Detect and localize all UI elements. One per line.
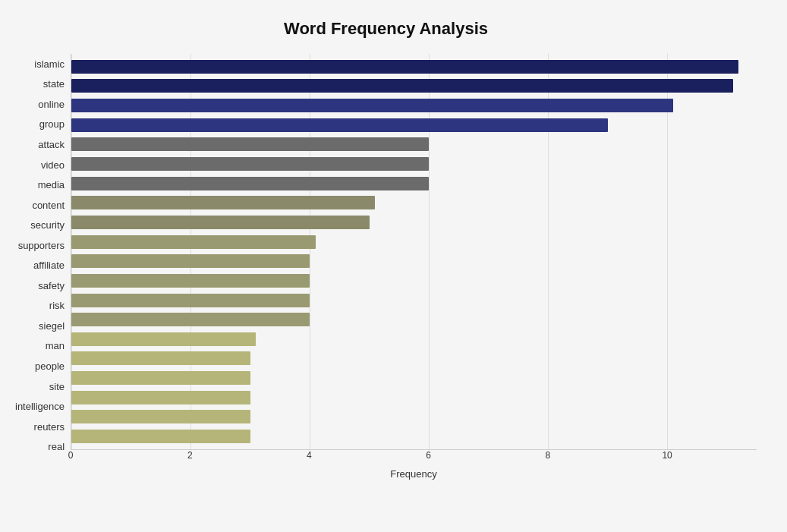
bar-attack: [71, 137, 429, 151]
y-label-islamic: islamic: [15, 55, 65, 73]
x-tick-4: 4: [307, 450, 312, 461]
bar-row-reuters: [71, 408, 757, 425]
y-label-online: online: [15, 95, 65, 113]
y-label-state: state: [15, 75, 65, 93]
y-axis-labels: islamicstateonlinegroupattackvideomediac…: [15, 54, 71, 480]
x-tick-0: 0: [68, 450, 74, 461]
bar-row-people: [71, 350, 757, 367]
x-axis-labels: 0246810: [71, 450, 757, 465]
bar-row-man: [71, 331, 757, 348]
y-label-media: media: [15, 176, 65, 194]
y-label-reuters: reuters: [15, 417, 65, 436]
bar-reuters: [71, 410, 250, 423]
bar-siegel: [71, 313, 310, 326]
chart-title: Word Frequency Analysis: [15, 15, 757, 39]
bar-people: [71, 351, 250, 365]
bar-row-video: [71, 156, 757, 172]
y-label-siegel: siegel: [15, 316, 65, 335]
y-label-supporters: supporters: [15, 236, 65, 254]
bar-row-security: [71, 214, 757, 231]
x-tick-6: 6: [426, 450, 431, 461]
bar-row-attack: [71, 136, 757, 153]
bar-islamic: [71, 60, 738, 74]
bar-online: [71, 99, 673, 112]
bar-row-media: [71, 175, 757, 192]
y-label-real: real: [15, 438, 65, 456]
bar-intelligence: [71, 391, 250, 405]
y-label-safety: safety: [15, 276, 65, 294]
bar-media: [71, 177, 429, 190]
bar-state: [71, 79, 733, 93]
y-label-video: video: [15, 156, 65, 174]
y-label-security: security: [15, 216, 65, 235]
x-tick-8: 8: [546, 450, 551, 461]
y-label-intelligence: intelligence: [15, 398, 65, 416]
y-label-group: group: [15, 115, 65, 134]
bars-region: [71, 54, 757, 450]
x-tick-2: 2: [187, 450, 193, 461]
bars-wrapper: [71, 54, 757, 449]
bar-affiliate: [71, 254, 310, 268]
y-label-site: site: [15, 377, 65, 395]
bar-security: [71, 216, 370, 229]
x-tick-10: 10: [662, 450, 672, 461]
bar-site: [71, 371, 250, 385]
plot-area: 0246810 Frequency: [71, 54, 757, 480]
bar-row-siegel: [71, 311, 757, 328]
x-axis-title: Frequency: [71, 468, 757, 480]
bar-video: [71, 157, 429, 171]
y-label-content: content: [15, 196, 65, 214]
bar-content: [71, 196, 375, 209]
bar-real: [71, 430, 250, 443]
y-label-people: people: [15, 357, 65, 375]
bar-row-state: [71, 77, 757, 94]
bar-row-islamic: [71, 58, 757, 75]
chart-container: Word Frequency Analysis islamicstateonli…: [0, 0, 787, 532]
bar-row-safety: [71, 272, 757, 289]
bar-supporters: [71, 235, 316, 249]
bar-row-content: [71, 194, 757, 211]
bar-row-online: [71, 97, 757, 114]
y-label-risk: risk: [15, 297, 65, 315]
chart-area: islamicstateonlinegroupattackvideomediac…: [15, 54, 757, 480]
bar-row-site: [71, 370, 757, 386]
bar-row-affiliate: [71, 253, 757, 269]
y-label-man: man: [15, 337, 65, 355]
bar-group: [71, 118, 608, 132]
bar-row-real: [71, 428, 757, 445]
bar-man: [71, 332, 256, 346]
bar-row-group: [71, 117, 757, 134]
y-label-affiliate: affiliate: [15, 257, 65, 275]
y-label-attack: attack: [15, 135, 65, 153]
bar-safety: [71, 274, 310, 288]
bar-row-supporters: [71, 234, 757, 250]
bar-row-risk: [71, 292, 757, 309]
bar-row-intelligence: [71, 389, 757, 406]
bar-risk: [71, 294, 310, 307]
